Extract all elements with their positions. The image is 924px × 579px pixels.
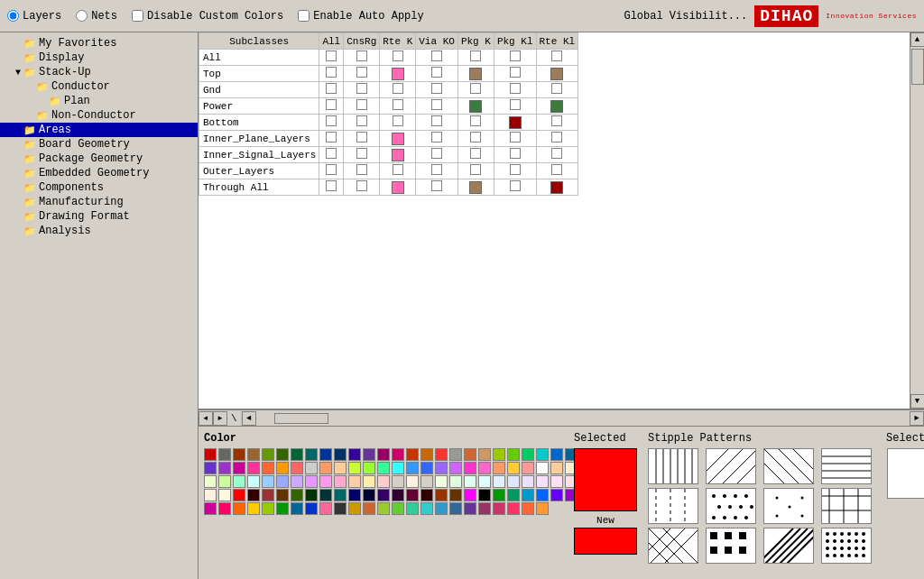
table-cell-4-1[interactable] — [344, 115, 380, 131]
color-swatch-18[interactable] — [464, 448, 476, 461]
checkbox-5-3[interactable] — [431, 132, 442, 142]
color-swatch-102[interactable] — [550, 489, 563, 501]
checkbox-0-5[interactable] — [510, 51, 521, 61]
table-cell-0-5[interactable] — [494, 50, 536, 66]
checkbox-4-1[interactable] — [356, 115, 367, 126]
color-swatch-83[interactable] — [276, 489, 289, 501]
stipple-item-11[interactable] — [821, 528, 872, 564]
color-swatch-123[interactable] — [478, 502, 491, 515]
checkbox-6-6[interactable] — [551, 148, 562, 159]
color-swatch-24[interactable] — [550, 448, 563, 461]
scroll-thumb[interactable] — [911, 49, 924, 85]
color-swatch-71[interactable] — [478, 475, 491, 488]
color-swatch-78[interactable] — [204, 489, 217, 501]
color-swatch-58[interactable] — [291, 475, 303, 488]
vertical-scrollbar[interactable]: ▲ ▼ — [910, 32, 924, 409]
color-swatch-109[interactable] — [276, 502, 289, 515]
stipple-item-1[interactable] — [706, 448, 756, 484]
color-swatch-56[interactable] — [262, 475, 274, 488]
table-cell-8-5[interactable] — [494, 179, 536, 196]
expand-icon-stack-up[interactable]: ▼ — [13, 68, 23, 78]
color-swatch-5[interactable] — [276, 448, 289, 461]
table-cell-7-4[interactable] — [457, 163, 494, 179]
checkbox-0-0[interactable] — [326, 51, 337, 61]
table-cell-2-0[interactable] — [319, 82, 344, 98]
checkbox-3-2[interactable] — [393, 99, 403, 110]
color-swatch-64[interactable] — [377, 475, 390, 488]
color-swatch-63[interactable] — [363, 475, 375, 488]
color-swatch-22[interactable] — [522, 448, 534, 461]
table-cell-4-5[interactable] — [494, 115, 536, 131]
color-swatch-23[interactable] — [536, 448, 549, 461]
color-swatch-125[interactable] — [507, 502, 520, 515]
color-swatch-81[interactable] — [247, 489, 260, 501]
color-swatch-73[interactable] — [507, 475, 520, 488]
checkbox-5-1[interactable] — [356, 132, 367, 142]
color-swatch-112[interactable] — [319, 502, 332, 515]
color-swatch-1-4[interactable] — [469, 68, 482, 80]
color-swatch-47[interactable] — [507, 462, 520, 474]
color-swatch-70[interactable] — [464, 475, 476, 488]
selected-color-box[interactable] — [574, 448, 637, 511]
color-swatch-91[interactable] — [392, 489, 404, 501]
color-swatch-37[interactable] — [363, 462, 375, 474]
color-swatch-120[interactable] — [435, 502, 448, 515]
table-cell-0-1[interactable] — [344, 50, 380, 66]
color-swatch-34[interactable] — [319, 462, 332, 474]
color-swatch-117[interactable] — [392, 502, 404, 515]
hscroll-left-button[interactable]: ◄ — [242, 411, 256, 426]
table-cell-3-1[interactable] — [344, 98, 380, 115]
color-swatch-15[interactable] — [420, 448, 433, 461]
checkbox-6-1[interactable] — [356, 148, 367, 159]
stipple-item-10[interactable] — [763, 528, 814, 564]
color-swatch-76[interactable] — [550, 475, 563, 488]
layers-radio[interactable] — [7, 10, 19, 22]
color-swatch-68[interactable] — [435, 475, 448, 488]
checkbox-0-1[interactable] — [356, 51, 367, 61]
color-swatch-50[interactable] — [550, 462, 563, 474]
sidebar-item-conductor[interactable]: 📁Conductor — [0, 79, 198, 94]
checkbox-2-0[interactable] — [326, 83, 337, 94]
color-swatch-127[interactable] — [536, 502, 549, 515]
color-swatch-48[interactable] — [522, 462, 534, 474]
color-swatch-13[interactable] — [392, 448, 404, 461]
color-swatch-6[interactable] — [291, 448, 303, 461]
enable-auto-apply-checkbox[interactable] — [298, 10, 310, 22]
checkbox-2-4[interactable] — [470, 83, 481, 94]
selected-stipple-box[interactable] — [887, 448, 924, 499]
color-swatch-3-6[interactable] — [550, 100, 563, 113]
color-swatch-9[interactable] — [334, 448, 346, 461]
color-swatch-124[interactable] — [493, 502, 505, 515]
tab-next-button[interactable]: ► — [213, 411, 227, 426]
color-swatch-8-6[interactable] — [550, 181, 563, 194]
color-swatch-17[interactable] — [449, 448, 462, 461]
table-cell-4-0[interactable] — [319, 115, 344, 131]
color-swatch-111[interactable] — [305, 502, 318, 515]
checkbox-8-1[interactable] — [356, 180, 367, 191]
checkbox-1-3[interactable] — [431, 67, 442, 78]
color-swatch-114[interactable] — [348, 502, 361, 515]
sidebar-item-non-conductor[interactable]: 📁Non-Conductor — [0, 108, 198, 123]
table-cell-1-4[interactable] — [457, 66, 494, 82]
checkbox-7-6[interactable] — [551, 164, 562, 175]
table-cell-2-3[interactable] — [416, 82, 458, 98]
color-swatch-72[interactable] — [493, 475, 505, 488]
table-cell-5-6[interactable] — [536, 131, 578, 147]
color-swatch-119[interactable] — [420, 502, 433, 515]
color-swatch-107[interactable] — [247, 502, 260, 515]
color-swatch-106[interactable] — [233, 502, 245, 515]
checkbox-6-3[interactable] — [431, 148, 442, 159]
checkbox-2-3[interactable] — [431, 83, 442, 94]
table-cell-5-1[interactable] — [344, 131, 380, 147]
color-swatch-97[interactable] — [478, 489, 491, 501]
color-swatch-8-4[interactable] — [469, 181, 482, 194]
color-swatch-6-2[interactable] — [392, 149, 404, 161]
enable-auto-apply-label[interactable]: Enable Auto Apply — [313, 10, 423, 23]
color-swatch-55[interactable] — [247, 475, 260, 488]
color-swatch-84[interactable] — [291, 489, 303, 501]
color-swatch-88[interactable] — [348, 489, 361, 501]
checkbox-0-3[interactable] — [431, 51, 442, 61]
color-swatch-90[interactable] — [377, 489, 390, 501]
color-swatch-60[interactable] — [319, 475, 332, 488]
color-swatch-49[interactable] — [536, 462, 549, 474]
